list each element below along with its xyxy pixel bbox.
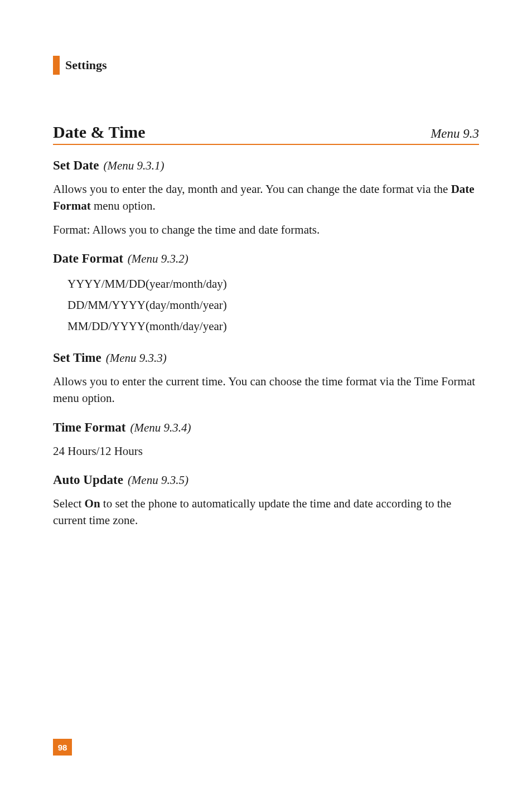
subhead-name: Time Format — [53, 420, 126, 434]
text-bold-fragment: On — [85, 497, 100, 510]
list-item: DD/MM/YYYY(day/month/year) — [53, 295, 479, 316]
section-label-row: Settings — [53, 56, 479, 75]
subhead-menu: (Menu 9.3.3) — [106, 351, 167, 365]
subhead-date-format: Date Format (Menu 9.3.2) — [53, 251, 479, 266]
subhead-menu: (Menu 9.3.5) — [128, 473, 188, 487]
page-number-badge: 98 — [53, 739, 72, 756]
text-fragment: Allows you to enter the day, month and y… — [53, 182, 451, 196]
set-date-para2: Format: Allows you to change the time an… — [53, 221, 479, 238]
page-number: 98 — [58, 743, 67, 752]
subhead-menu: (Menu 9.3.2) — [128, 252, 188, 265]
subhead-set-time: Set Time (Menu 9.3.3) — [53, 351, 479, 365]
date-format-list: YYYY/MM/DD(year/month/day) DD/MM/YYYY(da… — [53, 274, 479, 337]
page-title-menu: Menu 9.3 — [431, 127, 479, 141]
list-item: YYYY/MM/DD(year/month/day) — [53, 274, 479, 295]
set-time-para: Allows you to enter the current time. Yo… — [53, 373, 479, 407]
page-title: Date & Time — [53, 123, 146, 142]
text-fragment: Select — [53, 497, 85, 510]
page-title-row: Date & Time Menu 9.3 — [53, 123, 479, 145]
subhead-auto-update: Auto Update (Menu 9.3.5) — [53, 473, 479, 487]
text-fragment: to set the phone to automatically update… — [53, 497, 451, 527]
time-format-para: 24 Hours/12 Hours — [53, 443, 479, 459]
subhead-menu: (Menu 9.3.4) — [130, 421, 191, 434]
auto-update-para: Select On to set the phone to automatica… — [53, 495, 479, 529]
accent-bar — [53, 56, 60, 75]
subhead-time-format: Time Format (Menu 9.3.4) — [53, 420, 479, 435]
subhead-name: Set Date — [53, 158, 99, 172]
subhead-set-date: Set Date (Menu 9.3.1) — [53, 158, 479, 173]
subhead-name: Set Time — [53, 351, 101, 365]
subhead-name: Date Format — [53, 251, 123, 265]
set-date-para1: Allows you to enter the day, month and y… — [53, 181, 479, 215]
subhead-name: Auto Update — [53, 473, 123, 487]
section-label-text: Settings — [65, 58, 107, 72]
subhead-menu: (Menu 9.3.1) — [103, 159, 164, 172]
list-item: MM/DD/YYYY(month/day/year) — [53, 316, 479, 337]
manual-page: Settings Date & Time Menu 9.3 Set Date (… — [0, 0, 532, 529]
text-fragment: menu option. — [91, 199, 156, 212]
